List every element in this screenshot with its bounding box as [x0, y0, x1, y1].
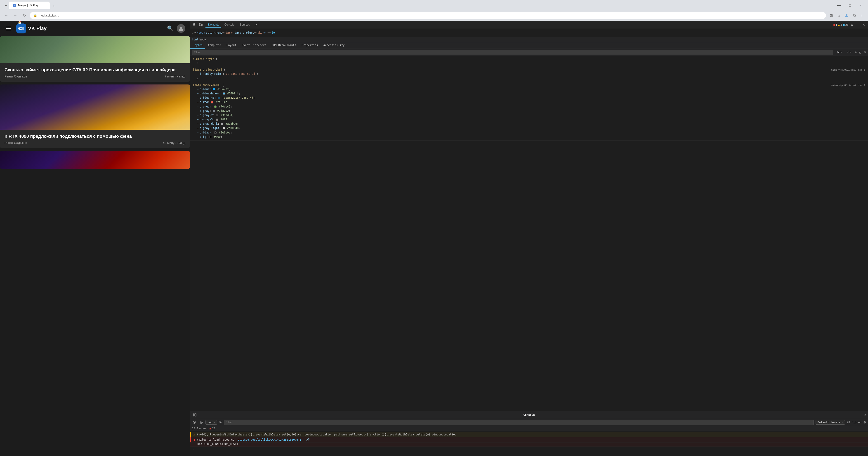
color-swatch-gray-light[interactable] [223, 127, 225, 129]
sources-tab-btn[interactable]: Sources [238, 22, 252, 28]
console-close-btn[interactable]: × [864, 413, 866, 417]
hov-toggle[interactable]: :hov [835, 51, 843, 54]
tab-properties[interactable]: Properties [299, 42, 320, 48]
device-toolbar-btn[interactable] [198, 22, 204, 28]
tab-computed[interactable]: Computed [205, 42, 224, 48]
forward-btn[interactable]: → [12, 12, 19, 19]
avatar-btn[interactable] [177, 24, 185, 33]
toolbar-right-icons: ⊡ ☆ ⧉ ⋮ [828, 12, 865, 19]
css-property-family: --f-family-main : VK Sans,sans-serif ; [193, 72, 865, 76]
css-selector[interactable]: element.style { [193, 57, 865, 61]
top-context-selector[interactable]: top ▾ [206, 420, 217, 425]
error-count: 1 [836, 23, 837, 26]
console-filter-input[interactable] [224, 420, 814, 425]
error-badge[interactable]: ● 1 [833, 23, 837, 26]
inspect-element-btn[interactable] [192, 22, 198, 28]
issues-count-num: 28 [212, 427, 215, 430]
bookmark-btn[interactable]: ☆ [835, 12, 842, 19]
maximize-btn[interactable]: □ [845, 1, 855, 9]
extensions-btn[interactable]: ⧉ [851, 12, 858, 19]
tab-event-listeners[interactable]: Event Listeners [239, 42, 269, 48]
console-prompt: › [190, 447, 868, 452]
color-swatch-blue-hover[interactable] [223, 92, 225, 95]
tab-switcher-btn[interactable]: ▾ [3, 2, 9, 9]
error-msg-link[interactable]: stats.g.doubleclick…CAAI~&z=258186076:1 [238, 438, 301, 441]
console-sidebar-btn[interactable] [192, 412, 198, 418]
color-swatch-blue-40[interactable] [218, 97, 220, 99]
svg-text:VK: VK [20, 27, 23, 30]
error-continuation: net::ERR_CONNECTION_RESET [190, 443, 868, 447]
styles-filter-input[interactable] [192, 50, 833, 55]
cls-toggle[interactable]: .cls [844, 51, 852, 54]
console-settings-btn[interactable]: ⚙ [863, 421, 866, 424]
css-rule-vkp: [data-project=vkp] { main-vkp.05…7eea2.c… [190, 67, 868, 82]
color-swatch-gray-2[interactable] [216, 114, 218, 116]
menu-btn[interactable]: ⋮ [859, 12, 865, 19]
close-btn[interactable]: × [856, 1, 865, 9]
color-swatch-gray[interactable] [213, 110, 215, 112]
more-options-btn[interactable]: ⋮ [855, 22, 860, 27]
color-swatch-red[interactable] [211, 101, 213, 103]
vkplay-logo[interactable]: VK VK Play [16, 24, 46, 33]
css-selector-dark[interactable]: [data-theme=dark] { [193, 84, 224, 87]
block-console-btn[interactable] [199, 420, 204, 425]
address-bar[interactable]: 🔒 media.vkplay.ru [30, 12, 826, 19]
issues-count-badge[interactable]: ■ 28 [210, 427, 215, 430]
warning-badge[interactable]: ▲ 5 [838, 23, 842, 26]
article-card-gta6[interactable]: Сколько займет прохождение GTA 6? Появил… [0, 36, 190, 82]
warning-msg-text: (n=!0),!t.eventsWithDelay.has(e)){t.even… [197, 433, 865, 436]
css-prop-c-black: --c-black: #0e0e0e; [193, 131, 865, 135]
color-swatch-gray-dark[interactable] [221, 123, 223, 125]
add-style-btn[interactable]: + [854, 50, 857, 55]
css-selector-vkp[interactable]: [data-project=vkp] { [193, 68, 225, 71]
color-swatch-blue[interactable] [213, 88, 215, 90]
tab-close-btn[interactable]: × [42, 3, 46, 7]
css-prop-c-gray: --c-gray: #7f8792; [193, 109, 865, 113]
styles-panel: element.style { } [data-project=vkp] { m… [190, 56, 868, 411]
svg-rect-9 [202, 24, 202, 26]
info-badge[interactable]: ■ 28 [843, 23, 848, 26]
warning-msg-icon: ⚠ [193, 433, 195, 436]
color-swatch-gray-3[interactable] [216, 119, 218, 121]
top-dropdown-icon: ▾ [213, 421, 215, 424]
tab-styles[interactable]: Styles [190, 42, 205, 48]
color-swatch-black[interactable] [214, 131, 217, 134]
profile-btn[interactable] [843, 12, 850, 19]
styles-container: Styles Computed Layout Event Listeners D… [190, 42, 868, 411]
tab-layout[interactable]: Layout [224, 42, 239, 48]
tab-dom-breakpoints[interactable]: DOM Breakpoints [269, 42, 299, 48]
tab-accessibility[interactable]: Accessibility [321, 42, 347, 48]
devtools-close-btn[interactable]: ✕ [861, 22, 866, 27]
clear-console-btn[interactable] [192, 420, 197, 425]
info-count: 28 [845, 23, 848, 26]
cast-btn[interactable]: ⊡ [828, 12, 835, 19]
levels-dropdown-icon: ▾ [841, 421, 843, 424]
color-swatch-bg[interactable] [210, 136, 212, 138]
minimize-btn[interactable]: — [835, 1, 844, 9]
article-card-game[interactable] [0, 151, 190, 169]
css-source-dark[interactable]: main-vkp.05…7eea2.css:1 [831, 84, 865, 87]
back-btn[interactable]: ← [3, 12, 10, 19]
new-tab-btn[interactable]: + [51, 3, 57, 9]
article-card-rtx[interactable]: К RTX 4090 предложили подключаться с пом… [0, 85, 190, 148]
color-swatch-green[interactable] [214, 105, 217, 108]
settings-btn[interactable]: ⚙ [849, 22, 855, 27]
active-tab[interactable]: V Медиа | VK Play × [9, 2, 50, 9]
css-prop-c-red: --c-red: #ff614c; [193, 100, 865, 104]
breadcrumb-html[interactable]: html [192, 38, 198, 41]
error-icon: ● [833, 23, 835, 26]
css-source-vkp[interactable]: main-vkp.05…7eea2.css:1 [831, 68, 865, 71]
hidden-count: 28 hidden [847, 421, 862, 424]
hamburger-btn[interactable] [4, 24, 13, 33]
layout-icon-btn[interactable]: □ [859, 50, 862, 55]
elements-tab[interactable]: Elements [206, 22, 221, 28]
more-tabs-btn[interactable]: >> [253, 22, 260, 28]
console-expand-arrow[interactable]: › [193, 448, 194, 451]
default-levels-selector[interactable]: Default levels ▾ [815, 420, 845, 425]
grid-icon-btn[interactable]: ⊞ [864, 50, 866, 55]
search-btn[interactable]: 🔍 [167, 26, 173, 31]
refresh-btn[interactable]: ↻ [21, 12, 28, 19]
console-tab-btn[interactable]: Console [222, 22, 237, 28]
breadcrumb-body[interactable]: body [199, 38, 206, 41]
console-eye-btn[interactable]: 👁 [219, 421, 222, 424]
